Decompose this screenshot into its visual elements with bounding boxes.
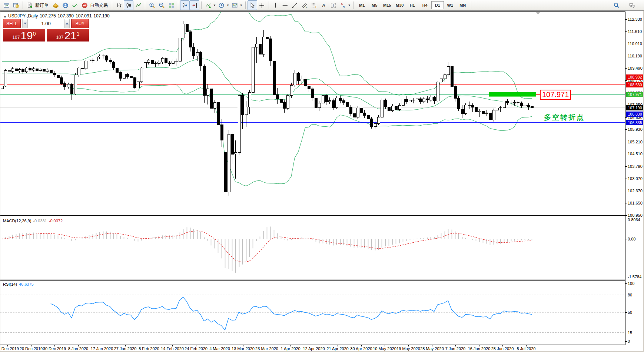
- axis-tick: [625, 277, 627, 277]
- toolbar-periods-button[interactable]: [217, 0, 226, 10]
- sell-price-prefix: 107: [12, 34, 20, 41]
- panel-divider[interactable]: [0, 280, 625, 281]
- toolbar-profiles-button[interactable]: [11, 0, 21, 10]
- toolbar-signals-button[interactable]: [70, 0, 80, 10]
- toolbar-indicators-button[interactable]: [203, 0, 213, 10]
- sell-button[interactable]: SELL: [3, 19, 21, 28]
- toolbar-equidistant-channel-button[interactable]: E: [300, 0, 309, 10]
- axis-tick: [625, 154, 627, 154]
- timeframe-h1-button[interactable]: H1: [406, 1, 419, 9]
- timeframe-w1-button[interactable]: W1: [444, 1, 457, 9]
- axis-tick-label: 101.650: [628, 201, 643, 205]
- indicators-icon: [205, 2, 212, 9]
- axis-tick-label: 104.510: [628, 152, 643, 156]
- price-level-annotation[interactable]: 107.971: [540, 90, 571, 100]
- toolbar-crosshair-button[interactable]: [257, 0, 267, 10]
- dropdown-arrow-icon[interactable]: ▼: [240, 4, 243, 7]
- candles-chart-icon: [126, 2, 132, 9]
- toolbar-new-chart-button[interactable]: [1, 0, 11, 10]
- toolbar-tile-windows-button[interactable]: [166, 0, 176, 10]
- toolbar-bars-chart-button[interactable]: [114, 0, 124, 10]
- panel-divider[interactable]: [0, 217, 625, 217]
- date-label: 8 Jan 2020: [68, 346, 88, 351]
- toolbar-cursor-button[interactable]: [248, 0, 257, 10]
- toolbar-zoom-out-button[interactable]: [157, 0, 166, 10]
- chart-canvas[interactable]: [0, 11, 625, 345]
- axis-tick-label: 0.8034: [628, 217, 640, 222]
- dropdown-arrow-icon[interactable]: ▼: [348, 4, 351, 7]
- toolbar-new-order-button[interactable]: [25, 0, 34, 10]
- open-value: 107.275: [40, 13, 56, 19]
- toolbar-text-label-button[interactable]: T: [329, 0, 338, 10]
- window-edge: [0, 11, 0, 352]
- toolbar-separator: [353, 1, 354, 9]
- axis-tick-label: 0.00: [628, 237, 635, 241]
- volume-input[interactable]: [28, 19, 64, 28]
- axis-tick-label: -1.5784: [628, 275, 641, 279]
- symbol-period-label: USDJPY-,Daily: [8, 13, 38, 19]
- arrows-icon: [340, 2, 346, 9]
- toolbar-trendline-button[interactable]: [290, 0, 300, 10]
- toolbar-separator: [23, 1, 23, 9]
- price-badge: 108.982: [626, 74, 644, 80]
- text-icon: A: [321, 2, 327, 9]
- toolbar-auto-scroll-button[interactable]: [180, 0, 190, 10]
- axis-tick: [625, 341, 627, 342]
- panel-divider[interactable]: [0, 215, 625, 216]
- volume-spinner: [22, 19, 70, 28]
- toolbar-autotrading-button[interactable]: [80, 0, 89, 10]
- toolbar-fibonacci-button[interactable]: F: [309, 0, 319, 10]
- toolbar-search-button[interactable]: [611, 0, 621, 10]
- date-label: 5 Feb 2020: [139, 346, 159, 351]
- svg-text:E: E: [306, 6, 308, 8]
- text-label-icon: T: [330, 2, 336, 9]
- toolbar-horizontal-line-button[interactable]: [280, 0, 290, 10]
- terminal-icon: [62, 2, 69, 9]
- toolbar-separator: [245, 1, 246, 9]
- toolbar-separator: [178, 1, 178, 9]
- axis-tick: [625, 312, 627, 313]
- toolbar-separator: [201, 1, 202, 9]
- toolbar-arrows-button[interactable]: [338, 0, 348, 10]
- new-order-icon: [27, 2, 33, 9]
- timeframe-m1-button[interactable]: M1: [356, 1, 368, 9]
- date-label: 17 Jan 2020: [91, 346, 113, 351]
- dropdown-arrow-icon[interactable]: ▼: [226, 4, 229, 7]
- timeframe-m15-button[interactable]: M15: [381, 1, 394, 9]
- autotrading-icon: [82, 2, 88, 9]
- sell-price-button[interactable]: 107190: [3, 29, 45, 41]
- axis-tick-label: 110.190: [628, 54, 642, 58]
- timeframe-d1-button[interactable]: D1: [431, 1, 444, 9]
- volume-decrease-button[interactable]: [22, 19, 28, 28]
- panel-divider[interactable]: [0, 279, 625, 279]
- toolbar-separator: [471, 1, 471, 9]
- dropdown-arrow-icon[interactable]: ▼: [213, 4, 216, 7]
- timeframe-mn-button[interactable]: MN: [457, 1, 469, 9]
- crosshair-icon: [259, 2, 265, 9]
- zoom-in-icon: [149, 2, 155, 9]
- svg-text:F: F: [315, 6, 317, 8]
- toolbar-terminal-button[interactable]: [60, 0, 70, 10]
- axis-tick-label: 50: [628, 310, 632, 315]
- chart-shift-icon: [192, 2, 198, 9]
- toolbar-line-chart-button[interactable]: [133, 0, 143, 10]
- toolbar-metaeditor-button[interactable]: [51, 0, 60, 10]
- toolbar-candles-chart-button[interactable]: [124, 0, 133, 10]
- volume-increase-button[interactable]: [64, 19, 70, 28]
- price-badge: 106.830: [626, 112, 644, 117]
- buy-price-button[interactable]: 107211: [47, 29, 89, 41]
- axis-tick: [625, 295, 627, 295]
- toolbar-chat-button[interactable]: [627, 0, 637, 10]
- turning-point-note[interactable]: 多空转折点: [544, 113, 585, 122]
- toolbar-vertical-line-button[interactable]: [271, 0, 280, 10]
- tile-windows-icon: [168, 2, 175, 9]
- timeframe-m5-button[interactable]: M5: [368, 1, 381, 9]
- timeframe-h4-button[interactable]: H4: [419, 1, 431, 9]
- toolbar-templates-button[interactable]: [230, 0, 240, 10]
- toolbar-chart-shift-button[interactable]: [190, 0, 199, 10]
- timeframe-m30-button[interactable]: M30: [394, 1, 406, 9]
- toolbar-text-button[interactable]: A: [319, 0, 329, 10]
- toolbar-zoom-in-button[interactable]: [147, 0, 157, 10]
- buy-button[interactable]: BUY: [71, 19, 89, 28]
- axis-tick-label: 15: [628, 331, 632, 335]
